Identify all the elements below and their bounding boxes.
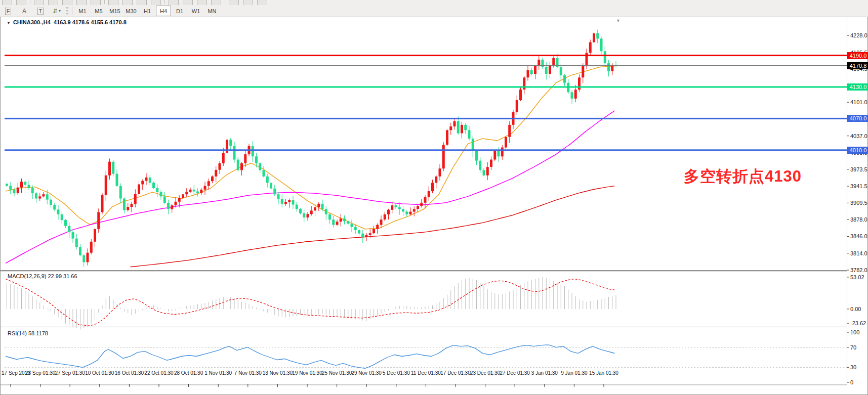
chart-bars-icon[interactable]: [48, 0, 58, 5]
timeframe-button-h1[interactable]: H1: [140, 6, 155, 16]
chart-shift-marker-icon[interactable]: ▼: [616, 18, 621, 23]
timeframe-button-h4[interactable]: H4: [156, 6, 171, 16]
price-level-badge: 4010.0: [847, 147, 868, 154]
price-axis-tick: 3782.0: [850, 267, 868, 273]
rsi-axis-tick: 30: [850, 364, 868, 370]
timeframe-button-w1[interactable]: W1: [188, 6, 203, 16]
price-level-badge: 4130.0: [847, 83, 868, 91]
chart-title: ▼CHINA300-,H4 4163.9 4178.6 4155.6 4170.…: [7, 19, 127, 25]
toolbar-tools-row: FAT⇵▾ M1M5M15M30H1H4D1W1MN: [0, 5, 868, 17]
chart-window[interactable]: ▼CHINA300-,H4 4163.9 4178.6 4155.6 4170.…: [0, 17, 868, 395]
current-price-badge: 4170.8: [847, 62, 868, 69]
toolbar-separator: [225, 0, 225, 4]
macd-signal-line: [6, 279, 615, 326]
timeframe-button-m5[interactable]: M5: [91, 6, 106, 16]
chevron-down-icon[interactable]: ▾: [59, 9, 61, 13]
ma-mid-line: [6, 111, 615, 264]
fibonacci-icon[interactable]: [197, 0, 207, 5]
zoom-out-icon[interactable]: [122, 0, 133, 5]
magnifier-icon[interactable]: [16, 0, 26, 5]
toolbar-separator: [30, 0, 30, 4]
price-axis-tick: 4228.0: [850, 32, 868, 38]
draw-line-icon[interactable]: [169, 0, 179, 5]
rsi-axis-tick: 100: [850, 329, 868, 335]
ohlc-values: 4163.9 4178.6 4155.6 4170.8: [54, 19, 127, 25]
chart-shift-icon[interactable]: [151, 0, 161, 5]
price-axis-tick: 3941.5: [850, 183, 868, 189]
templates-icon[interactable]: [257, 0, 267, 5]
timeframe-button-m30[interactable]: M30: [123, 6, 139, 16]
crosshair-icon[interactable]: [211, 0, 221, 5]
rsi-indicator-label: RSI(14) 58.1178: [8, 330, 48, 336]
ma-slow-line: [131, 186, 615, 267]
zoom-in-icon[interactable]: [108, 0, 118, 5]
chart-line-icon[interactable]: [76, 0, 87, 5]
price-level-badge: 4070.0: [847, 115, 868, 122]
symbol-dropdown-icon[interactable]: ▼: [7, 21, 11, 25]
text-tool[interactable]: A: [18, 6, 31, 16]
price-axis-tick: 3878.0: [850, 216, 868, 223]
ma-fast-line: [6, 66, 615, 229]
arrow-tool[interactable]: ⇵▾: [50, 6, 63, 16]
timeframe-button-d1[interactable]: D1: [172, 6, 187, 16]
stop-icon[interactable]: [91, 0, 101, 5]
date-axis-label: 15 Jan 01:30: [581, 370, 627, 376]
timeframe-button-m1[interactable]: M1: [75, 6, 90, 16]
price-axis-tick: 4037.0: [850, 133, 868, 139]
price-level-badge: 4190.0: [847, 52, 868, 59]
toolbar-separator: [104, 0, 105, 4]
macd-axis-tick: 53.02: [850, 274, 868, 280]
snap-grid-tool[interactable]: F: [2, 6, 15, 16]
chart-annotation-text: 多空转折点4130: [684, 166, 802, 187]
price-axis-tick: 3814.0: [850, 250, 868, 256]
toolbar-separator: [164, 0, 165, 4]
rsi-axis-tick: 0: [850, 379, 868, 385]
price-axis-tick: 4101.0: [850, 99, 868, 105]
macd-indicator-label: MACD(12,26,9) 22.99 31.66: [8, 273, 77, 279]
window-icon[interactable]: [2, 0, 12, 5]
indicators-icon[interactable]: [229, 0, 239, 5]
macd-axis-tick: 0.00: [850, 306, 868, 312]
toolbar-top-row: [0, 0, 868, 5]
draw-channel-icon[interactable]: [183, 0, 193, 5]
price-axis-tick: 3973.5: [850, 166, 868, 172]
rsi-axis-tick: 70: [850, 344, 868, 350]
chart-candles-icon[interactable]: [62, 0, 72, 5]
timeframe-button-m15[interactable]: M15: [107, 6, 122, 16]
price-axis-tick: 3846.0: [850, 233, 868, 239]
new-order-icon[interactable]: [34, 0, 44, 5]
macd-axis-tick: -23.62: [850, 320, 868, 326]
timeframe-button-mn[interactable]: MN: [204, 6, 220, 16]
auto-scroll-icon[interactable]: [137, 0, 147, 5]
rsi-line: [6, 345, 615, 369]
text-label-tool[interactable]: T: [34, 6, 47, 16]
symbol-timeframe-label: CHINA300-,H4: [13, 19, 51, 25]
chart-canvas[interactable]: [1, 17, 867, 394]
toolbar-drag-handle[interactable]: [66, 7, 68, 15]
periods-icon[interactable]: [243, 0, 253, 5]
price-axis-tick: 3909.5: [850, 200, 868, 206]
toolbar-separator: [72, 7, 72, 15]
